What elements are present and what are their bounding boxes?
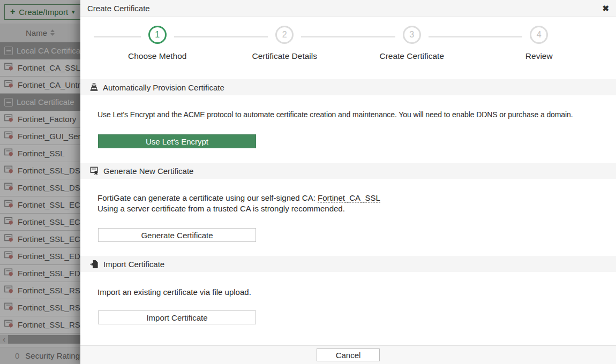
step-circle: 3 (403, 26, 421, 44)
dialog-footer: Cancel (80, 345, 616, 364)
list-item[interactable]: Fortinet_SSL_ED448 (0, 248, 80, 265)
list-item[interactable]: Fortinet_SSL_DSA1024 (0, 162, 80, 179)
list-item-label: Fortinet_CA_SSL (18, 63, 80, 72)
list-item[interactable]: Fortinet_SSL_ECDSA256 (0, 196, 80, 214)
certificate-icon (4, 183, 14, 193)
list-item-label: Local CA Certificate (17, 46, 80, 55)
plus-icon: + (10, 7, 15, 16)
generate-certificate-button[interactable]: Generate Certificate (98, 228, 256, 242)
auto-provision-section-header: Automatically Provision Certificate (80, 79, 616, 95)
certificate-icon (4, 63, 14, 73)
security-rating-count: 0 (15, 351, 19, 360)
sort-icon (50, 29, 55, 36)
generate-section-header: Generate New Certificate (80, 163, 616, 179)
security-rating-status[interactable]: 0 Security Rating Issues (0, 347, 80, 364)
step-circle: 2 (275, 26, 294, 44)
step-label: Create Certificate (379, 51, 444, 61)
certificate-icon (4, 148, 14, 159)
certificate-table-panel: + Create/Import ▾ Name Local CA Certific… (0, 0, 80, 364)
generate-description-line2: Using a server certificate from a truste… (97, 204, 345, 213)
certificate-icon (4, 217, 14, 228)
list-item-label: Local Certificate (17, 97, 74, 107)
list-item-label: Fortinet_SSL_RSA1024 (18, 286, 80, 295)
use-lets-encrypt-button[interactable]: Use Let's Encrypt (98, 134, 256, 148)
list-item[interactable]: Fortinet_SSL_RSA4096 (0, 316, 80, 333)
chevron-down-icon: ▾ (72, 9, 75, 15)
name-column-label: Name (26, 28, 47, 37)
dialog-header: Create Certificate ✖ (80, 0, 616, 17)
step-number: 4 (537, 30, 542, 40)
create-import-label: Create/Import (19, 7, 68, 17)
generate-certificate-icon (90, 166, 99, 176)
dialog-title: Create Certificate (87, 4, 150, 13)
step-number: 1 (155, 30, 160, 40)
list-item-label: Fortinet_SSL_ECDSA384 (18, 217, 80, 226)
step-circle: 4 (530, 26, 548, 44)
list-item[interactable]: Fortinet_SSL_ED25519 (0, 265, 80, 282)
generate-description-prefix: FortiGate can generate a certificate usi… (97, 193, 318, 202)
cancel-button[interactable]: Cancel (317, 348, 380, 361)
import-heading: Import Certificate (103, 260, 164, 269)
create-certificate-dialog: Create Certificate ✖ 1 Choose Method 2 C… (80, 0, 616, 364)
step-label: Choose Method (128, 51, 186, 61)
ca-name-link[interactable]: Fortinet_CA_SSL (318, 193, 380, 203)
import-certificate-icon (90, 260, 99, 269)
list-item[interactable]: Fortinet_GUI_Server (0, 128, 80, 145)
list-item[interactable]: Fortinet_SSL_ECDSA521 (0, 231, 80, 248)
auto-provision-icon (90, 83, 98, 92)
list-item-label: Fortinet_SSL (18, 149, 65, 158)
wizard-step: 3 Create Certificate (348, 26, 476, 61)
wizard-step: 2 Certificate Details (221, 26, 349, 61)
step-label: Certificate Details (252, 51, 317, 61)
list-item-label: Fortinet_SSL_ECDSA256 (18, 200, 80, 209)
certificate-icon (4, 320, 14, 330)
list-item[interactable]: Local Certificate (0, 94, 80, 111)
security-rating-label: Security Rating Issues (25, 351, 80, 360)
wizard-stepper: 1 Choose Method 2 Certificate Details 3 … (80, 17, 616, 61)
list-item[interactable]: Fortinet_SSL_DSA2048 (0, 179, 80, 196)
step-label: Review (525, 51, 553, 61)
list-item[interactable]: Fortinet_CA_SSL (0, 59, 80, 77)
list-item-label: Fortinet_SSL_DSA2048 (18, 183, 80, 192)
certificate-icon (4, 285, 14, 296)
certificate-icon (4, 131, 14, 142)
auto-provision-heading: Automatically Provision Certificate (103, 83, 224, 92)
generate-heading: Generate New Certificate (103, 166, 193, 176)
name-column-header[interactable]: Name (0, 24, 80, 42)
scrollbar-thumb[interactable] (8, 335, 80, 344)
list-item-label: Fortinet_SSL_ECDSA521 (18, 234, 80, 244)
list-item-label: Fortinet_GUI_Server (18, 132, 80, 141)
import-section-header: Import Certificate (80, 256, 616, 272)
list-item[interactable]: Fortinet_Factory (0, 111, 80, 128)
certificate-icon (4, 251, 14, 262)
wizard-step: 1 Choose Method (94, 26, 221, 61)
collapse-minus-icon[interactable] (4, 47, 13, 55)
list-item-label: Fortinet_SSL_DSA1024 (18, 166, 80, 175)
list-item[interactable]: Fortinet_CA_Untrusted (0, 77, 80, 94)
table-toolbar: + Create/Import ▾ (0, 0, 80, 24)
list-item-label: Fortinet_CA_Untrusted (18, 80, 80, 89)
import-certificate-button[interactable]: Import Certificate (98, 310, 256, 324)
certificate-icon (4, 234, 14, 245)
step-circle: 1 (148, 26, 167, 44)
close-icon[interactable]: ✖ (602, 4, 609, 12)
list-item[interactable]: Fortinet_SSL_RSA1024 (0, 282, 80, 299)
certificate-icon (4, 268, 14, 279)
step-number: 3 (409, 30, 414, 40)
list-item[interactable]: Fortinet_SSL_ECDSA384 (0, 214, 80, 231)
certificate-icon (4, 114, 14, 125)
generate-description: FortiGate can generate a certificate usi… (97, 193, 609, 214)
list-item-label: Fortinet_SSL_ED448 (18, 252, 80, 261)
create-import-button[interactable]: + Create/Import ▾ (4, 4, 80, 20)
horizontal-scrollbar: ‹ (0, 335, 80, 344)
certificate-icon (4, 302, 14, 313)
certificate-list: Local CA Certificate Fortinet_CA_SSL (0, 42, 80, 333)
wizard-step: 4 Review (476, 26, 603, 61)
collapse-minus-icon[interactable] (4, 98, 13, 107)
certificate-icon (4, 200, 14, 210)
list-item[interactable]: Local CA Certificate (0, 42, 80, 59)
scroll-left-arrow[interactable]: ‹ (0, 335, 8, 344)
certificate-icon (4, 165, 14, 176)
list-item[interactable]: Fortinet_SSL_RSA2048 (0, 299, 80, 316)
list-item[interactable]: Fortinet_SSL (0, 145, 80, 162)
